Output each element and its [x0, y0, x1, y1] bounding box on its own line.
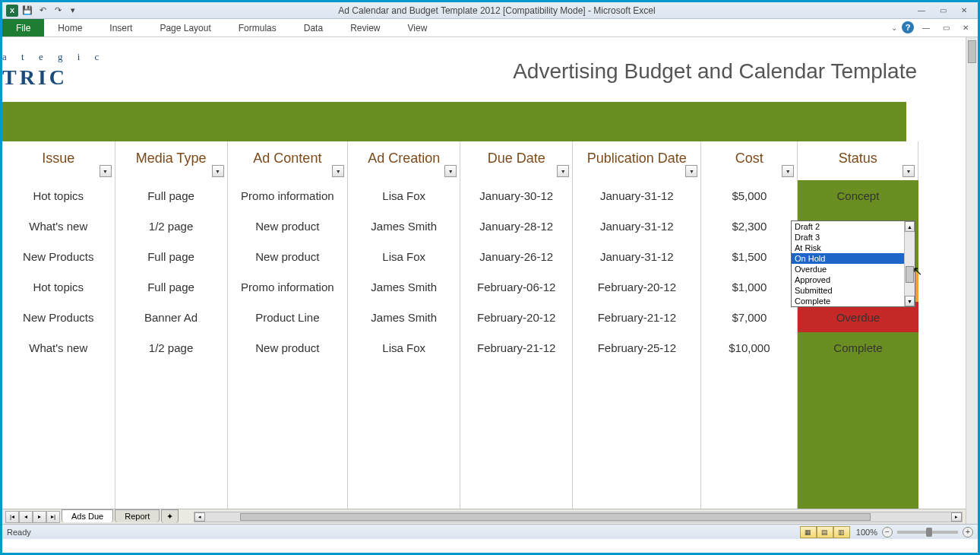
ribbon-tab-insert[interactable]: Insert: [96, 19, 146, 36]
cell-pub[interactable]: January-31-12: [573, 211, 701, 241]
empty-cell[interactable]: [460, 423, 573, 454]
normal-view-button[interactable]: ▦: [800, 526, 817, 538]
cell-cost[interactable]: $5,000: [701, 180, 798, 211]
vertical-scrollbar[interactable]: [966, 37, 978, 524]
status-cell-empty[interactable]: [798, 363, 918, 393]
cell-creation[interactable]: Lisa Fox: [348, 180, 460, 211]
table-row[interactable]: New ProductsFull pageNew productLisa Fox…: [2, 241, 918, 271]
cell-creation[interactable]: James Smith: [348, 302, 460, 332]
status-cell-empty[interactable]: [798, 423, 918, 454]
cell-due[interactable]: February-20-12: [460, 302, 573, 332]
cell-issue[interactable]: What's new: [2, 211, 115, 241]
table-row[interactable]: What's new1/2 pageNew productLisa FoxFeb…: [2, 332, 918, 363]
dropdown-item[interactable]: Submitted: [792, 285, 904, 296]
table-row-empty[interactable]: [2, 393, 918, 423]
filter-button[interactable]: ▼: [444, 165, 457, 177]
filter-button[interactable]: ▼: [332, 165, 344, 177]
dropdown-item[interactable]: Approved: [792, 274, 904, 285]
ribbon-tab-data[interactable]: Data: [290, 19, 337, 36]
table-row[interactable]: Hot topicsFull pagePromo informationJame…: [2, 271, 918, 302]
empty-cell[interactable]: [348, 363, 460, 393]
cell-cost[interactable]: $10,000: [701, 332, 798, 363]
filter-button[interactable]: ▼: [782, 165, 794, 177]
empty-cell[interactable]: [701, 393, 798, 423]
cell-pub[interactable]: February-21-12: [573, 302, 701, 332]
empty-cell[interactable]: [573, 393, 701, 423]
sheet-tab-ads-due[interactable]: Ads Due: [62, 509, 113, 522]
dropdown-scrollbar[interactable]: ▲ ▼: [904, 221, 915, 306]
minimize-button[interactable]: —: [914, 5, 929, 16]
empty-cell[interactable]: [227, 423, 348, 454]
cell-content[interactable]: Promo information: [227, 180, 348, 211]
qat-dropdown-icon[interactable]: ▾: [66, 4, 80, 17]
empty-cell[interactable]: [115, 363, 227, 393]
empty-cell[interactable]: [348, 393, 460, 423]
cell-media[interactable]: Full page: [115, 271, 227, 302]
cell-content[interactable]: Promo information: [227, 271, 348, 302]
tab-nav-first-icon[interactable]: |◂: [5, 511, 19, 523]
cell-due[interactable]: January-28-12: [460, 211, 573, 241]
cell-cost[interactable]: $1,000: [701, 271, 798, 302]
empty-cell[interactable]: [573, 363, 701, 393]
filter-button[interactable]: ▼: [212, 165, 224, 177]
redo-icon[interactable]: ↷: [51, 4, 65, 17]
tab-nav-next-icon[interactable]: ▸: [33, 511, 46, 523]
cell-cost[interactable]: $7,000: [701, 302, 798, 332]
cell-creation[interactable]: James Smith: [348, 271, 460, 302]
ribbon-tab-view[interactable]: View: [394, 19, 441, 36]
filter-button[interactable]: ▼: [557, 165, 569, 177]
page-layout-view-button[interactable]: ▤: [817, 526, 833, 538]
empty-cell[interactable]: [2, 423, 115, 454]
zoom-slider[interactable]: [897, 531, 958, 534]
empty-cell[interactable]: [348, 454, 460, 484]
dropdown-item[interactable]: At Risk: [792, 243, 904, 253]
h-scroll-thumb[interactable]: [240, 513, 871, 521]
cell-due[interactable]: January-26-12: [460, 241, 573, 271]
empty-cell[interactable]: [2, 454, 115, 484]
help-icon[interactable]: ?: [902, 21, 914, 33]
zoom-level[interactable]: 100%: [856, 528, 877, 537]
scroll-up-arrow-icon[interactable]: ▲: [905, 221, 915, 232]
table-row-empty[interactable]: [2, 423, 918, 454]
cell-cost[interactable]: $2,300: [701, 211, 798, 241]
cell-media[interactable]: Full page: [115, 180, 227, 211]
cell-creation[interactable]: Lisa Fox: [348, 241, 460, 271]
table-row[interactable]: Hot topicsFull pagePromo informationLisa…: [2, 180, 918, 211]
dropdown-item[interactable]: Draft 3: [792, 232, 904, 243]
table-row-empty[interactable]: [2, 454, 918, 484]
filter-button[interactable]: ▼: [100, 165, 112, 177]
workbook-minimize-button[interactable]: —: [918, 22, 934, 33]
empty-cell[interactable]: [701, 423, 798, 454]
zoom-in-button[interactable]: +: [963, 527, 973, 538]
cell-issue[interactable]: What's new: [2, 332, 115, 363]
workbook-close-button[interactable]: ✕: [958, 22, 973, 33]
empty-cell[interactable]: [460, 393, 573, 423]
cell-due[interactable]: February-21-12: [460, 332, 573, 363]
empty-cell[interactable]: [2, 363, 115, 393]
ribbon-tab-formulas[interactable]: Formulas: [225, 19, 290, 36]
empty-cell[interactable]: [115, 393, 227, 423]
dropdown-item[interactable]: Draft 2: [792, 221, 904, 232]
empty-cell[interactable]: [460, 363, 573, 393]
table-row[interactable]: New ProductsBanner AdProduct LineJames S…: [2, 302, 918, 332]
ribbon-minimize-icon[interactable]: ⌄: [891, 24, 897, 32]
empty-cell[interactable]: [460, 454, 573, 484]
status-cell-empty[interactable]: [798, 393, 918, 423]
new-sheet-button[interactable]: ✦: [161, 509, 179, 523]
cell-cost[interactable]: $1,500: [701, 241, 798, 271]
cell-creation[interactable]: James Smith: [348, 211, 460, 241]
cell-creation[interactable]: Lisa Fox: [348, 332, 460, 363]
status-cell[interactable]: Concept: [798, 180, 918, 211]
restore-button[interactable]: ▭: [935, 5, 950, 16]
empty-cell[interactable]: [2, 393, 115, 423]
cell-content[interactable]: Product Line: [227, 302, 348, 332]
dropdown-item[interactable]: Complete: [792, 296, 904, 306]
workbook-restore-button[interactable]: ▭: [938, 22, 953, 33]
v-scroll-thumb[interactable]: [968, 40, 976, 63]
empty-cell[interactable]: [115, 423, 227, 454]
empty-cell[interactable]: [573, 454, 701, 484]
file-tab[interactable]: File: [2, 19, 44, 36]
cell-issue[interactable]: New Products: [2, 302, 115, 332]
ribbon-tab-home[interactable]: Home: [44, 19, 96, 36]
status-cell[interactable]: Complete: [798, 332, 918, 363]
